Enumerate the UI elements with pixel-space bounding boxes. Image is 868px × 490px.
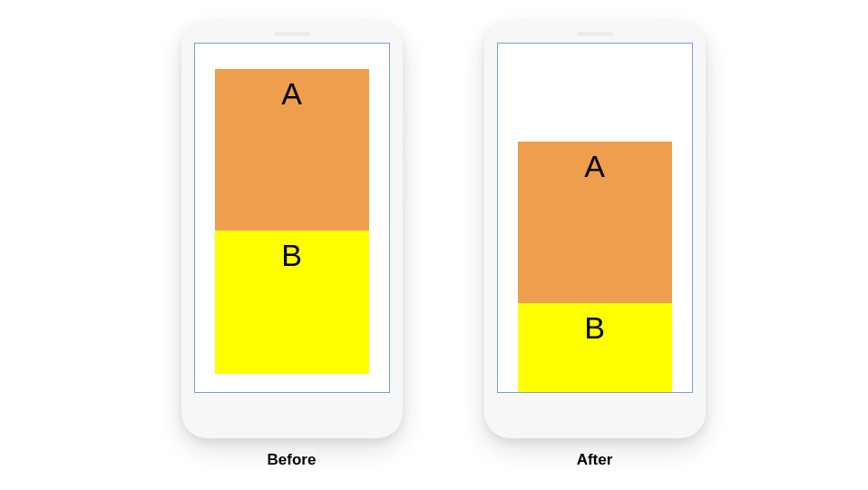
after-group: A B After	[484, 21, 706, 469]
block-b: B	[518, 303, 672, 393]
block-b: B	[215, 230, 369, 374]
phone-screen: A B	[194, 43, 390, 393]
phone-screen: A B	[497, 43, 693, 393]
phone-volume-button	[403, 157, 406, 206]
phone-mockup-after: A B	[484, 21, 706, 438]
block-a: A	[518, 142, 672, 303]
phone-volume-button	[706, 157, 709, 206]
block-a: A	[215, 69, 369, 230]
before-group: A B Before	[181, 21, 403, 469]
phone-speaker	[274, 32, 310, 36]
phone-side-button	[403, 112, 406, 139]
caption-before: Before	[268, 451, 317, 469]
phone-mockup-before: A B	[181, 21, 403, 438]
phone-side-button	[706, 112, 709, 139]
caption-after: After	[577, 451, 613, 469]
phone-speaker	[577, 32, 613, 36]
